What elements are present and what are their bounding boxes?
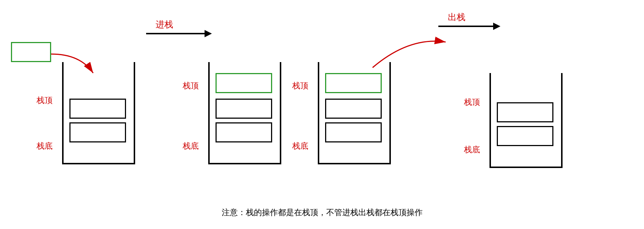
note-text: 注意：栈的操作都是在栈顶，不管进栈出栈都在栈顶操作 — [0, 207, 644, 218]
stack2-top-label: 栈顶 — [183, 80, 199, 91]
svg-marker-3 — [493, 23, 500, 30]
stack-after-pop: 栈顶 栈底 — [489, 73, 563, 168]
stack-after-push: 栈顶 栈底 — [208, 62, 281, 164]
stack3-item1 — [325, 99, 382, 119]
svg-text:出栈: 出栈 — [448, 12, 465, 22]
diagram-container: 进栈 出栈 栈顶 栈底 栈顶 栈底 栈顶 栈底 — [0, 0, 644, 229]
stack2-bottom-label: 栈底 — [183, 141, 199, 152]
stack3-item2 — [325, 122, 382, 142]
stack2-green-item — [216, 73, 272, 93]
stack-before-push: 栈顶 栈底 — [62, 62, 135, 164]
stack1-item1 — [69, 99, 126, 119]
stack3-top-label: 栈顶 — [292, 80, 308, 91]
stack4-item2 — [497, 126, 553, 146]
stack2-item2 — [216, 122, 272, 142]
stack4-item1 — [497, 102, 553, 122]
stack1-item2 — [69, 122, 126, 142]
input-element-box — [11, 42, 51, 62]
svg-text:进栈: 进栈 — [156, 20, 173, 29]
stack1-bottom-label: 栈底 — [37, 141, 53, 152]
stack2-item1 — [216, 99, 272, 119]
stack4-bottom-label: 栈底 — [464, 144, 480, 155]
stack1-top-label: 栈顶 — [37, 95, 53, 106]
stack-before-pop: 栈顶 栈底 — [318, 62, 391, 164]
stack4-top-label: 栈顶 — [464, 97, 480, 108]
svg-marker-1 — [205, 30, 212, 37]
stack3-green-item — [325, 73, 382, 93]
stack3-bottom-label: 栈底 — [292, 141, 308, 152]
